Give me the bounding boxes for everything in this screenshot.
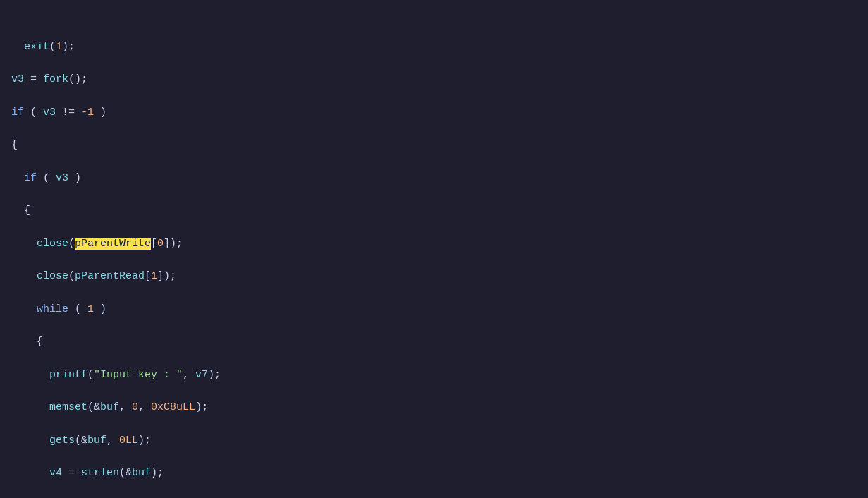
line-10: { bbox=[11, 334, 857, 350]
line-9: while ( 1 ) bbox=[11, 301, 857, 317]
line-5: if ( v3 ) bbox=[11, 170, 857, 186]
line-3: if ( v3 != -1 ) bbox=[11, 104, 857, 121]
code-viewer: exit(1); v3 = fork(); if ( v3 != -1 ) { … bbox=[0, 6, 868, 498]
line-6: { bbox=[11, 202, 857, 219]
line-14: v4 = strlen(&buf); bbox=[11, 465, 857, 481]
line-13: gets(&buf, 0LL); bbox=[11, 432, 857, 449]
line-8: close(pParentRead[1]); bbox=[11, 268, 857, 284]
line-1: exit(1); bbox=[11, 39, 857, 55]
line-4: { bbox=[11, 137, 857, 153]
line-2: v3 = fork(); bbox=[11, 71, 857, 87]
highlight-pparentwrite-1: pParentWrite bbox=[75, 238, 151, 250]
line-7: close(pParentWrite[0]); bbox=[11, 236, 857, 252]
line-11: printf("Input key : ", v7); bbox=[11, 367, 857, 383]
line-12: memset(&buf, 0, 0xC8uLL); bbox=[11, 399, 857, 415]
